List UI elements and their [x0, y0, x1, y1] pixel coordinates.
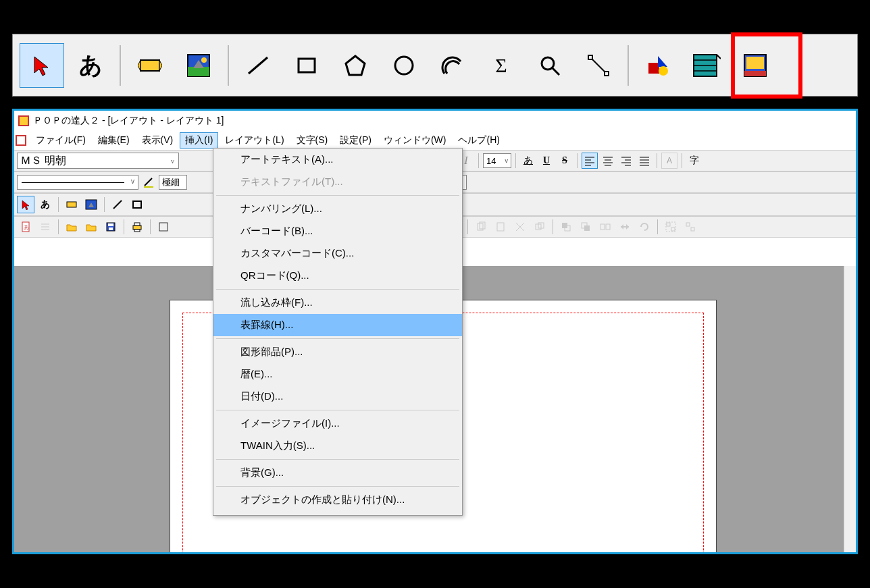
dd-table-rule[interactable]: 表罫線(H)... [213, 314, 462, 336]
line-width-label[interactable]: 極細 [159, 175, 187, 190]
svg-rect-48 [144, 186, 153, 188]
separator [577, 153, 578, 168]
rotate-button[interactable] [636, 218, 653, 236]
menu-text[interactable]: 文字(S) [291, 132, 334, 149]
font-name-value: ＭＳ 明朝 [20, 154, 66, 168]
menu-window[interactable]: ウィンドウ(W) [378, 132, 452, 149]
svg-rect-67 [134, 223, 140, 225]
bring-front-button[interactable] [557, 218, 575, 236]
dd-numbering[interactable]: ナンバリング(L)... [213, 198, 462, 220]
small-ribbon-tool[interactable] [63, 196, 80, 213]
menu-edit[interactable]: 編集(E) [93, 132, 135, 149]
dd-qrcode[interactable]: QRコード(Q)... [213, 265, 462, 287]
svg-point-19 [659, 66, 668, 76]
tool-rect[interactable] [284, 43, 329, 88]
text-color-button[interactable]: あ [520, 153, 536, 169]
tool-image[interactable] [176, 43, 221, 88]
svg-rect-29 [20, 117, 28, 125]
dropdown-separator [216, 338, 459, 339]
align-h-button[interactable] [596, 218, 614, 236]
menu-insert[interactable]: 挿入(I) [180, 132, 218, 149]
send-back-button[interactable] [577, 218, 594, 236]
tool-connector[interactable] [576, 43, 621, 88]
separator [682, 153, 682, 168]
menu-layout[interactable]: レイアウト(L) [220, 132, 289, 149]
dd-object-paste[interactable]: オブジェクトの作成と貼り付け(N)... [213, 489, 462, 511]
separator [657, 219, 658, 234]
tool-pentagon[interactable] [333, 43, 378, 88]
dd-art-text[interactable]: アートテキスト(A)... [213, 149, 462, 171]
tool-table[interactable] [684, 43, 729, 88]
svg-rect-75 [497, 223, 504, 231]
tool-picture[interactable] [733, 43, 777, 88]
app-icon [18, 115, 29, 126]
svg-marker-10 [346, 56, 365, 75]
dd-image-file[interactable]: イメージファイル(I)... [213, 412, 462, 435]
dd-shape-part[interactable]: 図形部品(P)... [213, 341, 462, 363]
open-button[interactable] [63, 218, 80, 236]
dropdown-separator [216, 410, 459, 410]
menu-help[interactable]: ヘルプ(H) [453, 132, 505, 149]
align-justify-button[interactable] [636, 153, 652, 169]
dd-date[interactable]: 日付(D)... [213, 385, 462, 408]
tool-arrow[interactable] [20, 43, 64, 88]
strikethrough-button[interactable]: S [557, 153, 573, 169]
svg-line-53 [113, 201, 122, 209]
save-button[interactable] [102, 218, 120, 236]
duplicate-button[interactable] [531, 218, 548, 236]
insert-dropdown: アートテキスト(A)... テキストファイル(T)... ナンバリング(L)..… [213, 148, 463, 516]
group-button[interactable] [662, 218, 680, 236]
small-text-tool[interactable]: あ [36, 196, 54, 213]
dd-barcode[interactable]: バーコード(B)... [213, 220, 462, 242]
font-name-select[interactable]: ＭＳ 明朝 [17, 153, 179, 169]
small-rect-tool[interactable] [128, 196, 146, 213]
tool-arc[interactable] [430, 43, 475, 88]
paste-button[interactable] [492, 218, 509, 236]
align-left-button[interactable] [582, 153, 598, 169]
underline-button[interactable]: U [538, 153, 555, 169]
small-image-tool[interactable] [82, 196, 100, 213]
svg-line-16 [592, 59, 605, 72]
print-button[interactable] [128, 218, 146, 236]
menu-file[interactable]: ファイル(F) [30, 132, 91, 149]
line-color-button[interactable] [140, 174, 157, 190]
new-doc-button[interactable]: あ [17, 218, 34, 236]
dd-background[interactable]: 背景(G)... [213, 462, 462, 484]
list-button[interactable] [36, 218, 54, 236]
svg-rect-64 [108, 223, 113, 226]
dd-twain[interactable]: TWAIN入力(S)... [213, 435, 462, 457]
tool-magnify[interactable] [528, 43, 572, 88]
tool-text[interactable]: あ [68, 43, 113, 88]
app-window: ＰＯＰの達人２ - [レイアウト - レイアウト 1] ファイル(F) 編集(E… [12, 109, 858, 554]
copy-button[interactable] [472, 218, 490, 236]
ungroup-button[interactable] [682, 218, 699, 236]
svg-rect-91 [666, 222, 675, 232]
menu-view[interactable]: 表示(V) [136, 132, 179, 149]
dd-flow-frame[interactable]: 流し込み枠(F)... [213, 292, 462, 314]
open2-button[interactable] [82, 218, 100, 236]
cut-button[interactable] [511, 218, 529, 236]
tool-line[interactable] [236, 43, 280, 88]
tool-shapes[interactable] [636, 43, 680, 88]
svg-point-12 [542, 57, 554, 70]
dd-calendar[interactable]: 暦(E)... [213, 363, 462, 385]
svg-marker-2 [138, 60, 140, 71]
character-button[interactable]: 字 [686, 153, 702, 169]
title-text: ＰＯＰの達人２ - [レイアウト - レイアウト 1] [33, 115, 224, 127]
dd-customer-barcode[interactable]: カスタマバーコード(C)... [213, 242, 462, 265]
vertical-scrollbar[interactable] [844, 266, 856, 552]
preview-button[interactable] [155, 218, 172, 236]
menubar-icon [16, 135, 26, 146]
tool-ribbon[interactable] [128, 43, 172, 88]
small-line-tool[interactable] [109, 196, 126, 213]
tool-sigma[interactable]: Σ [479, 43, 523, 88]
distribute-button[interactable] [616, 218, 634, 236]
align-right-button[interactable] [618, 153, 634, 169]
char-box-button[interactable]: A [661, 153, 677, 169]
line-style-select[interactable] [17, 175, 138, 190]
menu-settings[interactable]: 設定(P) [334, 132, 377, 149]
tool-circle[interactable] [382, 43, 426, 88]
small-arrow-tool[interactable] [17, 196, 34, 213]
font-size-select[interactable]: 14 [483, 153, 511, 168]
align-center-button[interactable] [600, 153, 616, 169]
